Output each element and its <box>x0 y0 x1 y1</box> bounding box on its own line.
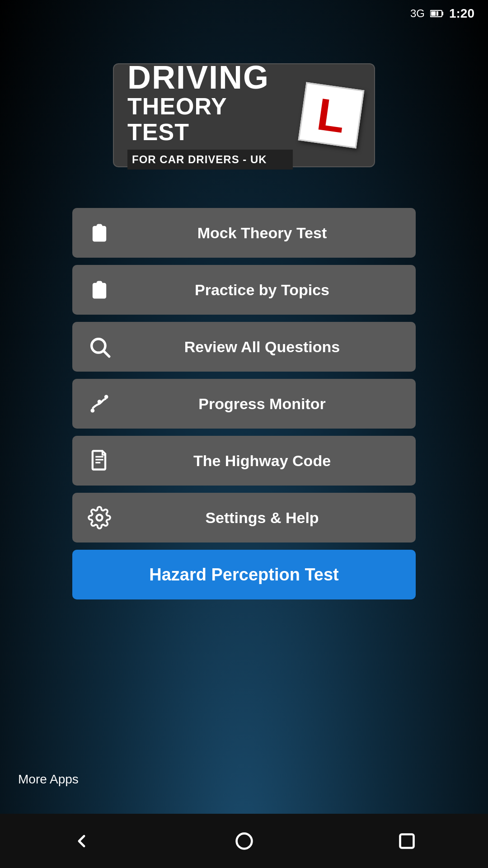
svg-rect-14 <box>400 834 413 848</box>
search-icon <box>86 333 113 360</box>
hazard-perception-test-label: Hazard Perception Test <box>149 565 339 585</box>
battery-icon <box>430 9 444 18</box>
app-logo: DRIVING THEORY TEST FOR CAR DRIVERS - UK… <box>113 63 375 167</box>
settings-help-label: Settings & Help <box>122 509 402 527</box>
highway-code-label: The Highway Code <box>122 452 402 470</box>
svg-rect-2 <box>431 11 438 16</box>
logo-line2: THEORY TEST <box>127 94 293 145</box>
recents-button[interactable] <box>389 823 425 859</box>
review-all-questions-label: Review All Questions <box>122 338 402 356</box>
settings-help-button[interactable]: Settings & Help <box>72 493 416 542</box>
svg-rect-1 <box>442 12 443 15</box>
logo-subtitle: FOR CAR DRIVERS - UK <box>127 150 293 170</box>
progress-monitor-label: Progress Monitor <box>122 395 402 413</box>
svg-point-6 <box>91 409 95 413</box>
svg-line-5 <box>104 351 109 357</box>
practice-by-topics-button[interactable]: Practice by Topics <box>72 265 416 315</box>
review-all-questions-button[interactable]: Review All Questions <box>72 322 416 372</box>
status-bar: 3G 1:20 <box>0 0 488 27</box>
navigation-bar <box>0 814 488 868</box>
home-button[interactable] <box>226 823 262 859</box>
clipboard-check-icon <box>86 219 113 246</box>
gear-icon <box>86 504 113 531</box>
progress-monitor-button[interactable]: Progress Monitor <box>72 379 416 429</box>
l-letter: L <box>314 91 348 140</box>
signal-icon: 3G <box>410 7 425 20</box>
chart-icon <box>86 390 113 417</box>
back-button[interactable] <box>63 823 99 859</box>
time-display: 1:20 <box>449 6 474 21</box>
more-apps-label: More Apps <box>18 772 79 786</box>
l-plate: L <box>298 82 365 149</box>
highway-code-button[interactable]: The Highway Code <box>72 436 416 486</box>
svg-point-13 <box>236 833 252 849</box>
hazard-perception-test-button[interactable]: Hazard Perception Test <box>72 550 416 599</box>
clipboard-edit-icon <box>86 276 113 303</box>
book-icon <box>86 447 113 474</box>
main-menu: Mock Theory Test Practice by Topics Revi… <box>72 208 416 599</box>
more-apps-link[interactable]: More Apps <box>18 772 79 787</box>
practice-by-topics-label: Practice by Topics <box>122 281 402 299</box>
mock-theory-test-button[interactable]: Mock Theory Test <box>72 208 416 258</box>
logo-line1: DRIVING <box>127 61 293 94</box>
svg-point-12 <box>97 515 103 521</box>
mock-theory-test-label: Mock Theory Test <box>122 224 402 242</box>
